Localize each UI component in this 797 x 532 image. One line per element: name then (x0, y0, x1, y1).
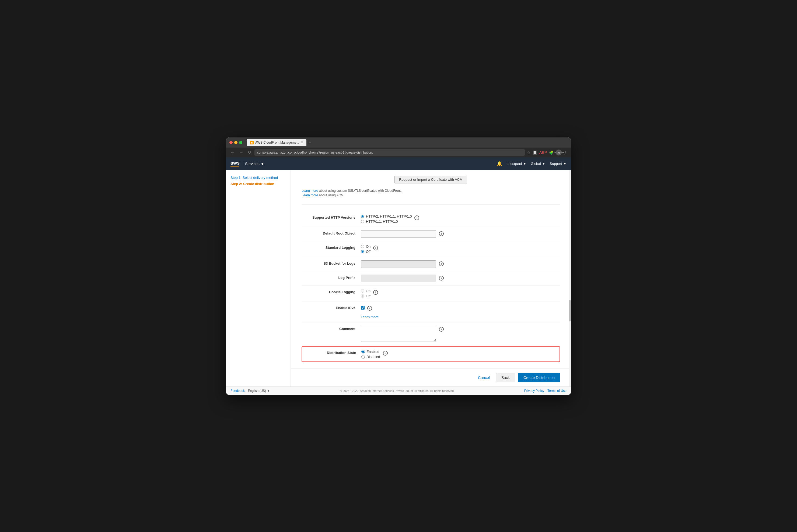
ipv6-checkbox[interactable] (361, 306, 365, 309)
forward-button[interactable]: → (238, 150, 244, 155)
minimize-button[interactable] (234, 141, 237, 144)
services-menu-button[interactable]: Services ▼ (245, 162, 265, 166)
back-button[interactable]: Back (496, 373, 515, 382)
learn-more-acm-link[interactable]: Learn more (302, 193, 318, 197)
ipv6-info-icon[interactable]: i (367, 306, 372, 311)
region-name: Global (531, 162, 541, 166)
comment-info-icon[interactable]: i (439, 327, 444, 331)
traffic-lights (230, 141, 242, 144)
cookie-logging-radio-off[interactable] (361, 294, 364, 298)
default-root-input[interactable] (361, 230, 436, 238)
distribution-state-enabled[interactable]: Enabled (361, 350, 380, 354)
http-versions-radio1[interactable] (361, 215, 364, 218)
http-versions-option2[interactable]: HTTP/1.1, HTTP/1.0 (361, 220, 412, 224)
http-versions-label: Supported HTTP Versions (302, 214, 361, 220)
http-versions-label2: HTTP/1.1, HTTP/1.0 (366, 220, 398, 224)
extension-icon: 🔲 (532, 150, 537, 155)
distribution-state-info-icon[interactable]: i (383, 351, 388, 356)
ipv6-checkbox-option[interactable] (361, 306, 365, 309)
standard-logging-radio-off[interactable] (361, 250, 364, 253)
cert-ssl-text: about using custom SSL/TLS certificates … (319, 189, 402, 193)
back-button[interactable]: ← (230, 150, 236, 155)
ipv6-control: i Learn more (361, 305, 560, 319)
sidebar: Step 1: Select delivery method Step 2: C… (226, 170, 291, 386)
standard-logging-control: On Off i (361, 245, 560, 254)
log-prefix-info-icon[interactable]: i (439, 276, 444, 281)
active-tab[interactable]: ▣ AWS CloudFront Manageme... ✕ (247, 139, 306, 146)
comment-textarea[interactable] (361, 326, 436, 342)
log-prefix-input[interactable] (361, 274, 436, 282)
cancel-button[interactable]: Cancel (475, 373, 493, 382)
default-root-info-icon[interactable]: i (439, 231, 444, 236)
notifications-bell-icon[interactable]: 🔔 (497, 161, 502, 166)
ipv6-learn-more-link[interactable]: Learn more (361, 315, 379, 319)
standard-logging-radio-on[interactable] (361, 245, 364, 248)
standard-logging-radio-group: On Off (361, 245, 370, 254)
aws-logo: aws (231, 160, 240, 167)
footer-right: Privacy Policy Terms of Use (524, 389, 566, 393)
main-layout: Step 1: Select delivery method Step 2: C… (226, 170, 571, 386)
footer-left: Feedback English (US) ▼ (231, 389, 270, 393)
profile-button[interactable]: Incognito (556, 150, 562, 155)
region-chevron-icon: ▼ (542, 162, 545, 166)
http-versions-label1: HTTP/2, HTTP/1.1, HTTP/1.0 (366, 214, 412, 218)
s3-bucket-input[interactable] (361, 260, 436, 268)
cert-acm-text: about using ACM. (319, 193, 345, 197)
distribution-state-disabled[interactable]: Disabled (361, 355, 380, 359)
terms-of-use-link[interactable]: Terms of Use (547, 389, 566, 393)
tab-close-icon[interactable]: ✕ (301, 141, 303, 144)
http-versions-option1[interactable]: HTTP/2, HTTP/1.1, HTTP/1.0 (361, 214, 412, 218)
scrollbar-thumb[interactable] (569, 300, 571, 321)
cookie-logging-off-label: Off (366, 294, 370, 298)
standard-logging-on[interactable]: On (361, 245, 370, 248)
distribution-state-radio-enabled[interactable] (361, 350, 365, 354)
s3-bucket-info-icon[interactable]: i (439, 262, 444, 266)
tab-bar: ▣ AWS CloudFront Manageme... ✕ + (247, 139, 567, 146)
new-tab-button[interactable]: + (309, 139, 311, 145)
puzzle-icon: 🧩 (549, 150, 554, 155)
action-bar: Cancel Back Create Distribution (291, 368, 571, 386)
standard-logging-info-icon[interactable]: i (373, 246, 378, 250)
learn-more-ssl-link[interactable]: Learn more (302, 189, 318, 193)
distribution-state-control: Enabled Disabled i (361, 350, 560, 359)
support-menu-button[interactable]: Support ▼ (550, 162, 566, 166)
http-versions-info-icon[interactable]: i (414, 215, 419, 220)
language-selector[interactable]: English (US) ▼ (248, 389, 270, 393)
adblock-icon: ABP (539, 150, 547, 155)
log-prefix-label: Log Prefix (302, 274, 361, 280)
support-label: Support (550, 162, 562, 166)
log-prefix-control: i (361, 274, 560, 282)
distribution-state-disabled-label: Disabled (366, 355, 380, 359)
ipv6-label: Enable IPv6 (302, 305, 361, 310)
sidebar-step1-link[interactable]: Step 1: Select delivery method (231, 176, 286, 180)
feedback-link[interactable]: Feedback (231, 389, 245, 393)
comment-row: Comment i (302, 322, 560, 345)
sidebar-step2-link[interactable]: Step 2: Create distribution (231, 182, 286, 186)
address-bar: ← → ↻ ☆ 🔲 ABP 🧩 Incognito ⋮ (226, 148, 571, 157)
menu-icon[interactable]: ⋮ (564, 150, 567, 155)
support-chevron-icon: ▼ (563, 162, 566, 166)
distribution-state-radio-disabled[interactable] (361, 355, 365, 359)
http-versions-radio2[interactable] (361, 220, 364, 223)
create-distribution-button[interactable]: Create Distribution (518, 373, 560, 382)
request-certificate-button[interactable]: Request or Import a Certificate with ACM (395, 176, 467, 184)
user-menu-button[interactable]: onesquad ▼ (506, 162, 526, 166)
ipv6-row: Enable IPv6 i Learn more (302, 302, 560, 322)
close-button[interactable] (230, 141, 233, 144)
standard-logging-off-label: Off (366, 250, 370, 254)
aws-logo-text: aws (231, 160, 240, 166)
cookie-logging-info-icon[interactable]: i (373, 290, 378, 295)
standard-logging-off[interactable]: Off (361, 250, 370, 254)
cookie-logging-off[interactable]: Off (361, 294, 370, 298)
region-menu-button[interactable]: Global ▼ (531, 162, 545, 166)
reload-button[interactable]: ↻ (247, 149, 252, 155)
language-label: English (US) (248, 389, 266, 393)
maximize-button[interactable] (239, 141, 242, 144)
comment-control: i (361, 326, 560, 342)
bookmark-icon[interactable]: ☆ (527, 150, 530, 155)
address-input[interactable] (254, 149, 525, 156)
cookie-logging-on[interactable]: On (361, 289, 370, 293)
cookie-logging-radio-on[interactable] (361, 289, 364, 292)
standard-logging-on-label: On (366, 245, 370, 248)
privacy-policy-link[interactable]: Privacy Policy (524, 389, 544, 393)
